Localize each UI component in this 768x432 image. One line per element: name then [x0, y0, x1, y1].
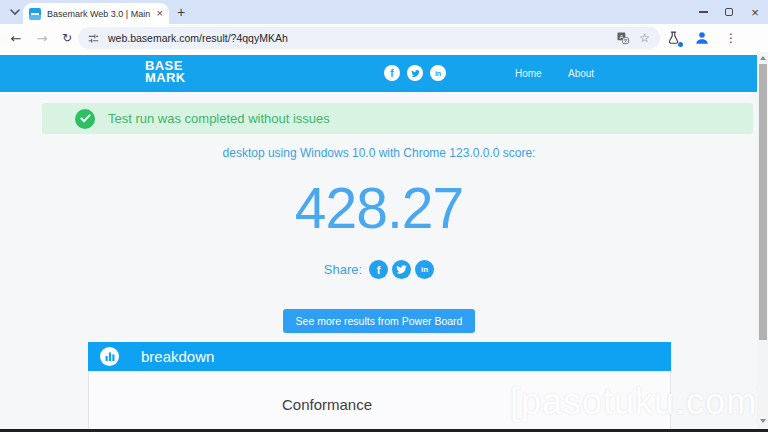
page-viewport: BASE MARK f in Home About Test run was c… [0, 52, 768, 429]
site-settings-icon[interactable] [87, 32, 100, 45]
new-tab-button[interactable]: + [177, 3, 185, 21]
notification-dot [678, 42, 683, 47]
scroll-down-icon[interactable] [760, 419, 766, 423]
share-row: Share: f in [0, 260, 758, 279]
facebook-icon[interactable]: f [384, 65, 400, 81]
minimize-icon [699, 11, 708, 12]
reload-icon[interactable]: ↻ [57, 24, 77, 52]
share-label: Share: [324, 262, 362, 277]
tab-search-chevron-icon[interactable] [9, 7, 21, 17]
scrollbar-thumb[interactable] [759, 64, 767, 340]
twitter-icon[interactable] [407, 65, 423, 81]
tab-strip: Basemark Web 3.0 | Main page × + × [0, 0, 768, 24]
bar-chart-icon [100, 347, 119, 366]
page-scrollbar[interactable] [757, 52, 768, 429]
translate-icon[interactable]: A [616, 31, 630, 45]
experiments-flask-icon[interactable] [666, 30, 681, 46]
tab-close-icon[interactable]: × [157, 8, 163, 19]
share-twitter-icon[interactable] [392, 260, 411, 279]
nav-about[interactable]: About [568, 55, 594, 92]
breakdown-title: breakdown [141, 348, 214, 365]
browser-tab[interactable]: Basemark Web 3.0 | Main page × [23, 3, 169, 24]
breakdown-card: Conformance [88, 371, 671, 429]
bookmark-star-icon[interactable]: ☆ [639, 32, 650, 44]
breakdown-header[interactable]: breakdown [88, 342, 671, 371]
url-text[interactable]: web.basemark.com/result/?4qqyMKAh [108, 32, 616, 44]
restore-icon [725, 8, 733, 16]
benchmark-score: 428.27 [0, 178, 758, 238]
share-facebook-icon[interactable]: f [369, 260, 388, 279]
linkedin-icon[interactable]: in [430, 65, 446, 81]
success-message: Test run was completed without issues [108, 111, 330, 126]
close-button[interactable]: × [742, 0, 768, 24]
conformance-heading: Conformance [89, 396, 565, 413]
tab-title: Basemark Web 3.0 | Main page [47, 9, 153, 19]
site-header: BASE MARK f in Home About [0, 55, 758, 92]
close-icon: × [751, 6, 759, 19]
address-bar[interactable]: web.basemark.com/result/?4qqyMKAh A ☆ [78, 27, 660, 49]
basemark-logo[interactable]: BASE MARK [145, 60, 186, 83]
see-more-results-button[interactable]: See more results from Power Board [283, 309, 476, 333]
see-more-wrap: See more results from Power Board [0, 309, 758, 333]
share-linkedin-icon[interactable]: in [415, 260, 434, 279]
restore-button[interactable] [716, 0, 742, 24]
score-context-label: desktop using Windows 10.0 with Chrome 1… [0, 146, 758, 160]
browser-window: Basemark Web 3.0 | Main page × + × ← → ↻… [0, 0, 768, 432]
window-controls: × [690, 0, 768, 24]
back-icon[interactable]: ← [6, 24, 26, 52]
success-banner: Test run was completed without issues [42, 103, 753, 134]
basemark-favicon-icon [29, 8, 41, 20]
forward-icon: → [32, 24, 52, 52]
menu-kebab-icon[interactable]: ⋮ [725, 24, 737, 52]
minimize-button[interactable] [690, 0, 716, 24]
nav-home[interactable]: Home [515, 55, 542, 92]
check-icon [75, 109, 95, 129]
browser-toolbar: ← → ↻ web.basemark.com/result/?4qqyMKAh … [0, 24, 768, 52]
logo-line2: MARK [145, 72, 186, 84]
profile-avatar-icon[interactable] [694, 30, 710, 46]
scroll-up-icon[interactable] [760, 56, 766, 60]
